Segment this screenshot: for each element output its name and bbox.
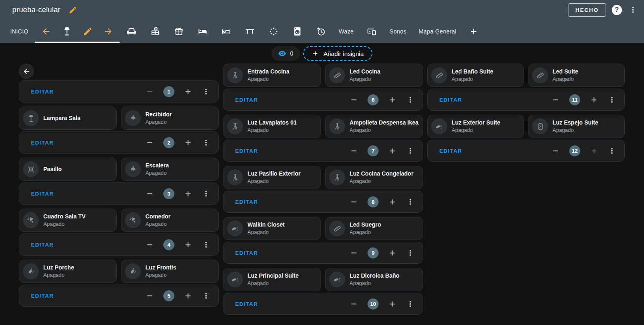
layout-column-2: Entrada CocinaApagadoLed CocinaApagadoED…	[223, 64, 423, 319]
device-card[interactable]: Luz PorcheApagado	[19, 260, 117, 283]
editar-button[interactable]: EDITAR	[31, 89, 54, 95]
device-text: Luz PorcheApagado	[43, 264, 74, 278]
device-card[interactable]: Luz Dicroica BañoApagado	[325, 268, 423, 291]
device-card[interactable]: Walkin ClosetApagado	[223, 217, 321, 240]
section-menu-button[interactable]	[202, 138, 210, 147]
tab-timer[interactable]	[309, 20, 333, 43]
tab-devices[interactable]	[360, 20, 383, 43]
decrease-button[interactable]	[350, 300, 358, 308]
editar-button[interactable]: EDITAR	[235, 301, 258, 307]
tab-gift[interactable]	[167, 20, 191, 43]
increase-button[interactable]	[388, 147, 397, 155]
section-menu-button[interactable]	[608, 147, 616, 155]
increase-button[interactable]	[184, 138, 192, 147]
tab-washing-machine[interactable]	[285, 20, 309, 43]
back-button[interactable]	[19, 64, 34, 79]
editar-button[interactable]: EDITAR	[31, 293, 54, 299]
section-menu-button[interactable]	[406, 300, 414, 308]
edit-tab-pencil-button[interactable]	[83, 27, 93, 36]
device-card[interactable]: Luz Lavaplatos 01Apagado	[223, 115, 321, 138]
editar-button[interactable]: EDITAR	[439, 148, 462, 154]
section-menu-button[interactable]	[406, 198, 414, 206]
editar-button[interactable]: EDITAR	[439, 97, 462, 103]
editar-button[interactable]: EDITAR	[235, 250, 258, 256]
tab-bed-outline[interactable]	[214, 20, 238, 43]
decrease-button[interactable]	[145, 138, 154, 147]
increase-button[interactable]	[184, 189, 192, 198]
decrease-button[interactable]	[551, 147, 560, 155]
section-menu-button[interactable]	[608, 96, 616, 104]
move-tab-left-button[interactable]	[41, 27, 51, 36]
device-card[interactable]: Ampolleta Despensa IkeaApagado	[325, 115, 423, 138]
tab-table[interactable]	[238, 20, 262, 43]
decrease-button[interactable]	[350, 147, 358, 155]
increase-button[interactable]	[388, 249, 397, 257]
section-menu-button[interactable]	[202, 240, 210, 249]
section-menu-button[interactable]	[202, 189, 210, 198]
tab-active-edit-group[interactable]	[35, 20, 120, 43]
section-menu-button[interactable]	[406, 249, 414, 257]
device-card[interactable]: EscaleraApagado	[121, 158, 219, 181]
hidden-badges-pill[interactable]: 0	[272, 47, 300, 60]
device-card[interactable]: RecibidorApagado	[121, 107, 219, 130]
decrease-button[interactable]	[551, 96, 560, 104]
editar-button[interactable]: EDITAR	[235, 199, 258, 205]
device-card[interactable]: Luz FrontisApagado	[121, 260, 219, 283]
help-icon[interactable]: ?	[612, 5, 622, 15]
editar-button[interactable]: EDITAR	[235, 97, 258, 103]
editar-button[interactable]: EDITAR	[31, 242, 54, 248]
device-card[interactable]: Cuadro Sala TVApagado	[19, 209, 117, 232]
device-card[interactable]: Led CocinaApagado	[325, 64, 423, 87]
device-card[interactable]: Lampara Sala	[19, 107, 117, 130]
device-card[interactable]: Led SuiteApagado	[528, 64, 625, 87]
device-card[interactable]: ComedorApagado	[121, 209, 219, 232]
decrease-button[interactable]	[350, 96, 358, 104]
device-card[interactable]: Luz Exterior SuiteApagado	[427, 115, 524, 138]
device-card[interactable]: Entrada CocinaApagado	[223, 64, 321, 87]
tab-bed[interactable]	[191, 20, 214, 43]
increase-button[interactable]	[590, 96, 598, 104]
increase-button[interactable]	[388, 300, 397, 308]
editar-button[interactable]: EDITAR	[31, 191, 54, 197]
section-menu-button[interactable]	[202, 87, 210, 96]
active-tab-floor-lamp-icon[interactable]	[62, 26, 72, 37]
tab-mapa-general[interactable]: Mapa General	[412, 20, 462, 43]
device-card[interactable]: Led SuegroApagado	[325, 217, 423, 240]
increase-button[interactable]	[388, 96, 397, 104]
edit-title-pencil-icon[interactable]	[69, 6, 77, 14]
tab-waze[interactable]: Waze	[333, 20, 360, 43]
overflow-menu-icon[interactable]	[628, 4, 638, 15]
section-menu-button[interactable]	[406, 96, 414, 104]
done-button[interactable]: HECHO	[568, 3, 606, 17]
tab-sonos[interactable]: Sonos	[383, 20, 412, 43]
tab-inicio[interactable]: INICIO	[4, 20, 35, 43]
device-card[interactable]: Luz Pasillo ExteriorApagado	[223, 166, 321, 189]
decrease-button[interactable]	[145, 240, 154, 249]
section-6: Entrada CocinaApagadoLed CocinaApagadoED…	[223, 64, 423, 111]
move-tab-right-button[interactable]	[103, 27, 113, 36]
device-card[interactable]: Luz Espejo SuiteApagado	[528, 115, 625, 138]
increase-button[interactable]	[184, 87, 192, 96]
increase-button[interactable]	[388, 198, 397, 206]
tab-plus[interactable]	[463, 20, 485, 43]
decrease-button[interactable]	[350, 198, 358, 206]
tab-spinner[interactable]	[262, 20, 285, 43]
device-card[interactable]: Luz Cocina CongeladorApagado	[325, 166, 423, 189]
section-menu-button[interactable]	[406, 147, 414, 155]
device-card[interactable]: Pasillo	[19, 158, 117, 181]
ceiling-light-icon	[129, 114, 138, 123]
dots-vertical-icon	[202, 138, 210, 147]
editar-button[interactable]: EDITAR	[31, 140, 54, 146]
increase-button[interactable]	[184, 240, 192, 249]
decrease-button[interactable]	[145, 292, 154, 300]
add-badge-button[interactable]: Añadir insignia	[303, 46, 372, 61]
decrease-button[interactable]	[145, 189, 154, 198]
device-card[interactable]: Luz Principal SuiteApagado	[223, 268, 321, 291]
tab-nightstand-clock[interactable]	[143, 20, 167, 43]
section-menu-button[interactable]	[202, 292, 210, 300]
editar-button[interactable]: EDITAR	[235, 148, 258, 154]
increase-button[interactable]	[184, 292, 192, 300]
decrease-button[interactable]	[350, 249, 358, 257]
tab-sofa[interactable]	[120, 20, 143, 43]
device-card[interactable]: Led Baño SuiteApagado	[427, 64, 524, 87]
